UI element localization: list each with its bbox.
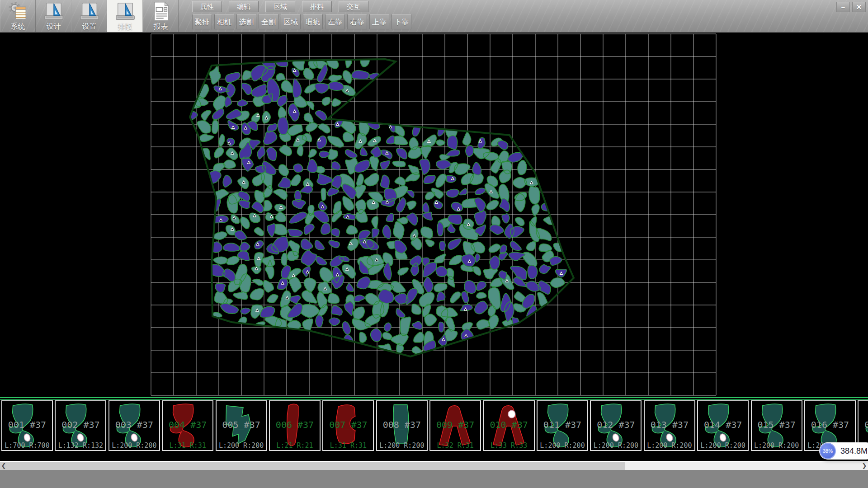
part-lr-count-label: L:200 R:200 xyxy=(109,441,159,450)
mode-button-2[interactable]: 设计 xyxy=(36,0,71,32)
part-lr-count-label: L:200 R:200 xyxy=(752,441,802,450)
parts-thumbnail-strip: 001_#37L:700 R:700002_#37L:132 R:132003_… xyxy=(0,397,868,461)
horizontal-scrollbar[interactable]: ❮ ❯ xyxy=(0,461,868,470)
close-button[interactable]: ✕ xyxy=(852,2,866,12)
hide-layout-svg xyxy=(0,33,868,397)
part-id-label: 006_#37 xyxy=(270,419,320,430)
strip-top-border xyxy=(0,397,868,398)
part-id-label: 015_#37 xyxy=(752,419,802,430)
mode-button-3[interactable]: 设置 xyxy=(71,0,107,32)
part-id-label: 013_#37 xyxy=(645,419,694,430)
part-lr-count-label: L:200 R:200 xyxy=(377,441,427,450)
part-lr-count-label: L:32 R:31 xyxy=(430,441,480,450)
part-lr-count-label: L:31 R:31 xyxy=(163,441,212,450)
part-thumbnail-6[interactable]: 006_#37L:21 R:21 xyxy=(269,400,321,451)
part-id-label: 003_#37 xyxy=(109,419,159,430)
part-lr-count-label: L:200 R:200 xyxy=(217,441,266,450)
mode-button-label: 排版 xyxy=(118,23,132,31)
tool-button-10[interactable]: 下靠 xyxy=(392,14,411,29)
mode-button-group: 系统设计设置排版报表 xyxy=(0,0,179,32)
part-id-label: 002_#37 xyxy=(56,419,105,430)
mode-button-5[interactable]: 报表 xyxy=(143,0,179,32)
tool-button-6[interactable]: 瑕疵 xyxy=(303,14,323,29)
design-ruler-icon xyxy=(43,1,64,23)
mode-button-4[interactable]: 排版 xyxy=(107,0,143,32)
nesting-ruler-icon xyxy=(115,1,136,23)
part-thumbnail-7[interactable]: 007_#37L:31 R:31 xyxy=(322,400,374,451)
settings-ruler-icon xyxy=(79,1,100,23)
tool-button-9[interactable]: 上靠 xyxy=(369,14,389,29)
mode-button-1[interactable]: 系统 xyxy=(0,0,36,32)
scroll-left-icon[interactable]: ❮ xyxy=(0,462,7,470)
part-lr-count-label: L:200 R:200 xyxy=(538,441,587,450)
tool-button-1[interactable]: 聚排 xyxy=(192,14,212,29)
nesting-canvas[interactable] xyxy=(0,33,868,397)
part-lr-count-label: L:21 R:21 xyxy=(270,441,320,450)
part-lr-count-label: L:700 R:700 xyxy=(2,441,52,450)
tool-button-5[interactable]: 区域 xyxy=(281,14,301,29)
part-thumbnail-4[interactable]: 004_#37L:31 R:31 xyxy=(162,400,213,451)
part-lr-count-label: L:31 R:31 xyxy=(323,441,373,450)
part-id-label: 001_#37 xyxy=(2,419,52,430)
mode-button-label: 报表 xyxy=(154,23,168,31)
part-lr-count-label: L:33 R:33 xyxy=(484,441,534,450)
part-thumbnail-12[interactable]: 012_#37L:200 R:200 xyxy=(590,400,642,451)
part-id-label: 007_#37 xyxy=(323,419,373,430)
part-thumbnail-9[interactable]: 009_#37L:32 R:31 xyxy=(429,400,481,451)
tool-button-3[interactable]: 选割 xyxy=(236,14,256,29)
tool-button-8[interactable]: 右靠 xyxy=(347,14,367,29)
scroll-right-icon[interactable]: ❯ xyxy=(861,462,868,470)
part-lr-count-label: L:200 R:200 xyxy=(591,441,641,450)
part-lr-count-label: L:200 R:200 xyxy=(645,441,694,450)
part-thumbnail-13[interactable]: 013_#37L:200 R:200 xyxy=(644,400,695,451)
part-id-label: 010_#37 xyxy=(484,419,534,430)
tool-button-4[interactable]: 全割 xyxy=(259,14,278,29)
part-id-label: 017_#37 xyxy=(859,419,868,430)
window-controls: – ✕ xyxy=(836,2,866,12)
main-toolbar: 系统设计设置排版报表 属性编辑区域排料交互 聚排相机选割全割区域瑕疵左靠右靠上靠… xyxy=(0,0,868,33)
part-id-label: 016_#37 xyxy=(805,419,855,430)
part-thumbnail-15[interactable]: 015_#37L:200 R:200 xyxy=(751,400,802,451)
part-thumbnail-5[interactable]: 005_#37L:200 R:200 xyxy=(216,400,267,451)
part-id-label: 014_#37 xyxy=(698,419,748,430)
menu-tab-1[interactable]: 属性 xyxy=(192,1,222,12)
memory-status-badge[interactable]: 38% 384.8M xyxy=(819,442,868,460)
part-thumbnail-14[interactable]: 014_#37L:200 R:200 xyxy=(697,400,749,451)
part-thumbnail-1[interactable]: 001_#37L:700 R:700 xyxy=(1,400,53,451)
strip-top-border-2 xyxy=(0,399,868,400)
part-id-label: 004_#37 xyxy=(163,419,212,430)
scrollbar-thumb[interactable] xyxy=(7,462,625,470)
part-lr-count-label: L:132 R:132 xyxy=(56,441,105,450)
menu-tab-2[interactable]: 编辑 xyxy=(229,1,259,12)
tool-button-row: 聚排相机选割全割区域瑕疵左靠右靠上靠下靠 xyxy=(192,14,411,29)
menu-tab-3[interactable]: 区域 xyxy=(265,1,295,12)
menu-tab-5[interactable]: 交互 xyxy=(339,1,368,12)
part-id-label: 012_#37 xyxy=(591,419,641,430)
part-lr-count-label: L:200 R:200 xyxy=(698,441,748,450)
menu-tab-4[interactable]: 排料 xyxy=(302,1,332,12)
minimize-button[interactable]: – xyxy=(836,2,850,12)
part-id-label: 005_#37 xyxy=(217,419,266,430)
status-bar xyxy=(0,470,868,488)
memory-usage-label: 384.8M xyxy=(840,446,868,456)
nested-pieces-layer xyxy=(185,53,566,355)
system-gear-icon xyxy=(8,1,28,23)
report-doc-icon xyxy=(151,1,171,23)
tool-button-2[interactable]: 相机 xyxy=(214,14,234,29)
part-id-label: 009_#37 xyxy=(430,419,480,430)
part-thumbnail-8[interactable]: 008_#37L:200 R:200 xyxy=(376,400,428,451)
tool-button-7[interactable]: 左靠 xyxy=(325,14,345,29)
progress-percent-badge: 38% xyxy=(820,443,836,459)
mode-button-label: 设计 xyxy=(47,23,61,31)
menu-tab-row: 属性编辑区域排料交互 xyxy=(192,1,368,12)
mode-button-label: 系统 xyxy=(11,23,25,31)
part-id-label: 011_#37 xyxy=(538,419,587,430)
part-thumbnail-10[interactable]: 010_#37L:33 R:33 xyxy=(483,400,535,451)
mode-button-label: 设置 xyxy=(82,23,97,31)
part-thumbnail-2[interactable]: 002_#37L:132 R:132 xyxy=(55,400,106,451)
part-thumbnail-3[interactable]: 003_#37L:200 R:200 xyxy=(108,400,160,451)
part-thumbnail-11[interactable]: 011_#37L:200 R:200 xyxy=(537,400,588,451)
part-id-label: 008_#37 xyxy=(377,419,427,430)
